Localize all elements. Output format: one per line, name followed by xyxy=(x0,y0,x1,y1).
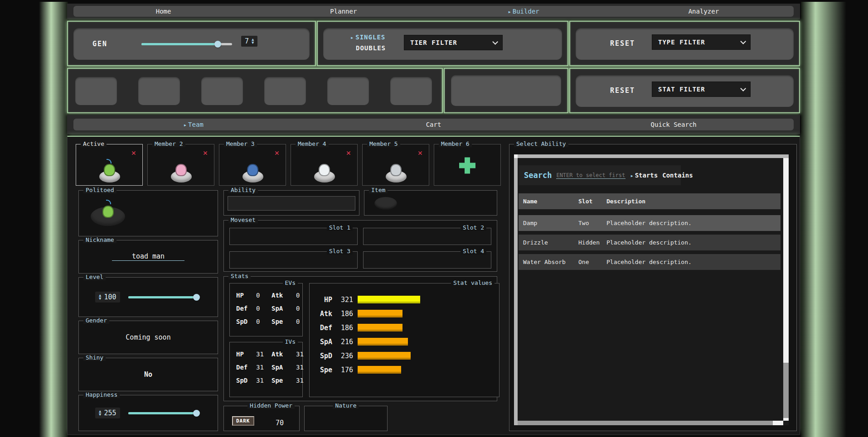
team-member-card-2[interactable]: Member 2 ✕ xyxy=(147,144,214,186)
remove-member-icon[interactable]: ✕ xyxy=(418,148,422,157)
gen-slider-thumb[interactable] xyxy=(214,41,221,48)
team-member-card-active[interactable]: Active ✕ xyxy=(76,144,143,186)
stat-reset-button[interactable]: RESET xyxy=(610,86,635,95)
ability-row-water-absorb[interactable]: Water Absorb One Placeholder description… xyxy=(519,254,781,270)
top-nav-bar: Home Planner ▸Builder Analyzer xyxy=(73,6,794,17)
remove-member-icon[interactable]: ✕ xyxy=(346,148,351,157)
ability-row-damp[interactable]: Damp Two Placeholder description. xyxy=(519,215,781,231)
vertical-scrollbar-thumb[interactable] xyxy=(783,363,789,418)
move-slot-3[interactable]: Slot 3 xyxy=(229,251,358,269)
stat-bar-row: Def 186 xyxy=(316,321,494,335)
politoed-preview-sprite xyxy=(91,198,126,226)
pokemon-sprite xyxy=(382,159,409,182)
stat-value: 186 xyxy=(337,324,353,332)
ability-name: Water Absorb xyxy=(523,259,578,265)
moveset-label: Moveset xyxy=(228,216,258,223)
filter-slot-2[interactable] xyxy=(138,77,180,105)
move-slot-4[interactable]: Slot 4 xyxy=(363,251,491,269)
wide-filter-slot[interactable] xyxy=(451,75,561,106)
stat-filter-label: STAT FILTER xyxy=(658,86,705,93)
happiness-fieldset: Happiness ▲▼ 255 xyxy=(78,395,218,431)
ability-name: Damp xyxy=(523,220,578,226)
level-slider[interactable] xyxy=(128,296,196,298)
type-reset-button[interactable]: RESET xyxy=(610,39,635,48)
level-number-input[interactable]: ▲▼ 100 xyxy=(95,292,120,303)
ability-row-drizzle[interactable]: Drizzle Hidden Placeholder description. xyxy=(519,235,781,250)
stat-filter-select[interactable]: STAT FILTER xyxy=(652,82,751,97)
nav-item-analyzer[interactable]: Analyzer xyxy=(614,8,794,15)
nav-planner-label: Planner xyxy=(330,8,357,15)
member-label: Member 5 xyxy=(367,140,400,147)
stat-bar xyxy=(358,324,402,331)
vertical-scrollbar[interactable] xyxy=(783,158,789,421)
nav-item-home[interactable]: Home xyxy=(73,8,253,15)
search-mode-contains[interactable]: Contains xyxy=(662,172,693,179)
search-label: Search xyxy=(524,171,552,180)
gen-slider[interactable] xyxy=(141,43,232,45)
happiness-slider-thumb[interactable] xyxy=(193,410,200,417)
type-filter-select[interactable]: TYPE FILTER xyxy=(652,34,751,50)
horizontal-scrollbar[interactable] xyxy=(518,421,783,425)
tab-cart[interactable]: Cart xyxy=(314,121,554,128)
format-singles[interactable]: ▸SINGLES xyxy=(350,34,386,41)
sprite-body xyxy=(104,164,115,176)
nature-fieldset[interactable]: Nature xyxy=(304,406,388,431)
happiness-number-input[interactable]: ▲▼ 255 xyxy=(95,408,120,418)
team-member-card-3[interactable]: Member 3 ✕ xyxy=(219,144,286,186)
stat-filter-panel: RESET STAT FILTER xyxy=(576,75,794,107)
ability-slot: One xyxy=(578,259,606,265)
add-member-icon[interactable] xyxy=(459,157,475,173)
filter-slot-1[interactable] xyxy=(75,77,117,105)
ability-input[interactable] xyxy=(228,196,355,211)
format-doubles[interactable]: DOUBLES xyxy=(356,44,386,52)
gen-value: 7 xyxy=(245,37,249,45)
tab-team[interactable]: ▸Team xyxy=(73,121,314,128)
remove-member-icon[interactable]: ✕ xyxy=(275,148,279,157)
stat-name: SpD xyxy=(316,352,332,360)
nickname-input[interactable] xyxy=(112,252,184,261)
nav-item-planner[interactable]: Planner xyxy=(253,8,433,15)
move-slot-1[interactable]: Slot 1 xyxy=(229,228,358,245)
team-member-card-6-empty[interactable]: Member 6 xyxy=(434,144,501,186)
col-header-name: Name xyxy=(523,198,578,205)
team-member-card-5[interactable]: Member 5 ✕ xyxy=(362,144,429,186)
spinner-arrows-icon[interactable]: ▲▼ xyxy=(99,410,101,416)
stat-name: SpA xyxy=(316,338,332,346)
ability-search-input[interactable] xyxy=(556,172,626,179)
member-label: Member 4 xyxy=(296,140,329,147)
ev-value: 0 xyxy=(256,318,272,325)
singles-label: SINGLES xyxy=(355,34,385,41)
shiny-label: Shiny xyxy=(83,354,106,361)
happiness-slider[interactable] xyxy=(128,412,196,414)
stat-bar-row: SpD 236 xyxy=(316,349,494,363)
stat-value: 176 xyxy=(337,366,353,374)
tab-team-label: Team xyxy=(188,121,204,128)
stats-fieldset: Stats EVs HP0 Atk0 Def0 SpA0 SpD0 Spe0 xyxy=(223,276,497,401)
stat-name: Spe xyxy=(316,366,332,374)
horizontal-scrollbar-thumb[interactable] xyxy=(518,421,773,425)
filter-slot-3[interactable] xyxy=(201,77,243,105)
hidden-power-value: 70 xyxy=(276,419,284,427)
tier-filter-select[interactable]: TIER FILTER xyxy=(404,35,503,50)
selected-marker-icon: ▸ xyxy=(350,34,354,41)
team-member-card-4[interactable]: Member 4 ✕ xyxy=(291,144,358,186)
filter-slot-6[interactable] xyxy=(390,77,432,105)
filter-slot-5[interactable] xyxy=(327,77,369,105)
level-label: Level xyxy=(83,274,106,280)
tab-quick-search[interactable]: Quick Search xyxy=(553,121,794,128)
move-slot-2[interactable]: Slot 2 xyxy=(363,228,491,245)
level-slider-thumb[interactable] xyxy=(193,294,200,301)
gen-number-input[interactable]: 7 ▲▼ xyxy=(241,36,257,47)
iv-stat-label: Atk xyxy=(272,351,296,358)
remove-member-icon[interactable]: ✕ xyxy=(131,148,136,157)
filter-slot-4[interactable] xyxy=(264,77,306,105)
item-slot[interactable] xyxy=(374,197,397,210)
gen-section: GEN 7 ▲▼ xyxy=(67,21,316,66)
nav-item-builder[interactable]: ▸Builder xyxy=(434,8,614,15)
search-mode-starts[interactable]: ▸Starts xyxy=(630,172,658,179)
remove-member-icon[interactable]: ✕ xyxy=(203,148,208,157)
stat-value: 321 xyxy=(337,296,353,304)
spinner-arrows-icon[interactable]: ▲▼ xyxy=(252,38,254,44)
nickname-fieldset: Nickname xyxy=(78,240,218,274)
spinner-arrows-icon[interactable]: ▲▼ xyxy=(99,294,101,300)
